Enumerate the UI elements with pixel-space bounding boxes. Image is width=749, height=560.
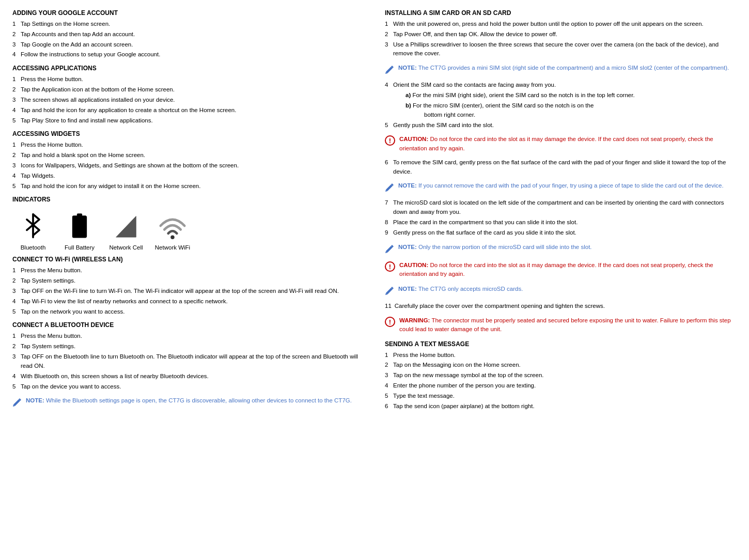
- list-item: 1Press the Home button.: [385, 351, 737, 360]
- list-item: 4Enter the phone number of the person yo…: [385, 381, 737, 391]
- list-item: 2Tap Power Off, and then tap OK. Allow t…: [385, 30, 737, 39]
- wifi-section: CONNECT TO Wi-Fi (WIRELESS LAN) 1Press t…: [12, 256, 364, 316]
- warning-icon-1: !: [385, 317, 395, 328]
- list-item: 4Tap and hold the icon for any applicati…: [12, 106, 364, 115]
- network-wifi-indicator: Network WiFi: [152, 210, 193, 251]
- network-cell-indicator: Network Cell: [105, 210, 147, 251]
- list-item: 1Press the Menu button.: [12, 266, 364, 275]
- note-pencil-icon-5: [385, 285, 394, 297]
- list-item: 1Tap Settings on the Home screen.: [12, 20, 364, 29]
- sim-list-5: 11Carefully place the cover over the com…: [385, 302, 737, 311]
- list-item: 4With Bluetooth on, this screen shows a …: [12, 372, 364, 381]
- caution-icon-1: !: [385, 135, 395, 147]
- battery-icon: [64, 210, 95, 241]
- list-item: 3Icons for Wallpapers, Widgets, and Sett…: [12, 161, 364, 170]
- list-item: 3Tap on the new message symbol at the to…: [385, 371, 737, 380]
- warning1-text: WARNING: The connector must be properly …: [399, 316, 737, 334]
- accessing-widgets-heading: ACCESSING WIDGETS: [12, 130, 364, 137]
- list-item: 5Tap Play Store to find and install new …: [12, 116, 364, 126]
- left-column: ADDING YOUR GOOGLE ACCOUNT 1Tap Settings…: [12, 9, 364, 416]
- network-cell-icon: [111, 210, 142, 241]
- sms-section: SENDING A TEXT MESSAGE 1Press the Home b…: [385, 340, 737, 411]
- sim-warning1: ! WARNING: The connector must be properl…: [385, 315, 737, 335]
- network-wifi-label: Network WiFi: [155, 244, 190, 251]
- sim-note2: NOTE: If you cannot remove the card with…: [385, 180, 737, 194]
- list-item: 6To remove the SIM card, gently press on…: [385, 158, 737, 177]
- list-item: 2Tap System settings.: [12, 342, 364, 351]
- svg-rect-0: [73, 216, 86, 238]
- adding-google-section: ADDING YOUR GOOGLE ACCOUNT 1Tap Settings…: [12, 9, 364, 59]
- list-item: 4Tap Wi-Fi to view the list of nearby ne…: [12, 297, 364, 306]
- sim-note4: NOTE: The CT7G only accepts microSD card…: [385, 284, 737, 298]
- list-item: 9Gently press on the flat surface of the…: [385, 228, 737, 238]
- adding-google-list: 1Tap Settings on the Home screen. 2Tap A…: [12, 20, 364, 59]
- list-item: 2Tap on the Messaging icon on the Home s…: [385, 361, 737, 370]
- list-item: 5Gently push the SIM card into the slot.: [385, 121, 737, 130]
- sim-caution1: ! CAUTION: Do not force the card into th…: [385, 134, 737, 154]
- sim-note2-text: NOTE: If you cannot remove the card with…: [398, 181, 724, 190]
- full-battery-indicator: Full Battery: [59, 210, 100, 251]
- accessing-apps-heading: ACCESSING APPLICATIONS: [12, 65, 364, 72]
- sim-note3-text: NOTE: Only the narrow portion of the mic…: [398, 243, 592, 252]
- caution2-text: CAUTION: Do not force the card into the …: [399, 261, 737, 279]
- accessing-apps-section: ACCESSING APPLICATIONS 1Press the Home b…: [12, 65, 364, 125]
- svg-text:!: !: [389, 263, 391, 271]
- list-item: 11Carefully place the cover over the com…: [385, 302, 737, 311]
- sim-note1-text: NOTE: The CT7G provides a mini SIM slot …: [398, 64, 729, 72]
- list-item: 5Tap on the network you want to access.: [12, 307, 364, 317]
- note-pencil-icon-4: [385, 243, 394, 255]
- sim-note1: NOTE: The CT7G provides a mini SIM slot …: [385, 63, 737, 76]
- sms-heading: SENDING A TEXT MESSAGE: [385, 340, 737, 348]
- list-item: 7The microSD card slot is located on the…: [385, 198, 737, 217]
- list-item: 6Tap the send icon (paper airplane) at t…: [385, 402, 737, 411]
- bluetooth-note: NOTE: While the Bluetooth settings page …: [12, 395, 364, 409]
- adding-google-heading: ADDING YOUR GOOGLE ACCOUNT: [12, 9, 364, 17]
- accessing-apps-list: 1Press the Home button. 2Tap the Applica…: [12, 75, 364, 125]
- list-item: 4Tap Widgets.: [12, 172, 364, 181]
- list-item: 1With the unit powered on, press and hol…: [385, 20, 737, 29]
- sim-caution2: ! CAUTION: Do not force the card into th…: [385, 260, 737, 280]
- list-item: 5Tap on the device you want to access.: [12, 382, 364, 392]
- list-item: 2Tap Accounts and then tap Add an accoun…: [12, 30, 364, 39]
- bluetooth-section: CONNECT A BLUETOOTH DEVICE 1Press the Me…: [12, 321, 364, 409]
- list-item: 1Press the Home button.: [12, 141, 364, 150]
- list-item: 2Tap System settings.: [12, 276, 364, 286]
- full-battery-label: Full Battery: [65, 244, 95, 251]
- sim-list-4: 7The microSD card slot is located on the…: [385, 198, 737, 237]
- svg-text:!: !: [389, 318, 391, 326]
- indicators-row: Bluetooth Full Battery: [12, 210, 364, 251]
- sim-list-2: 4Orient the SIM card so the contacts are…: [385, 81, 737, 130]
- bluetooth-heading: CONNECT A BLUETOOTH DEVICE: [12, 321, 364, 329]
- svg-text:!: !: [389, 137, 391, 145]
- list-item: 2Tap the Application icon at the bottom …: [12, 85, 364, 95]
- sim-note3: NOTE: Only the narrow portion of the mic…: [385, 242, 737, 256]
- sim-list-3: 6To remove the SIM card, gently press on…: [385, 158, 737, 177]
- bluetooth-label: Bluetooth: [21, 244, 46, 251]
- svg-rect-1: [77, 214, 82, 217]
- svg-marker-2: [116, 216, 136, 237]
- list-item: 1Press the Home button.: [12, 75, 364, 84]
- list-item: 4Orient the SIM card so the contacts are…: [385, 81, 737, 119]
- list-item: 3Tap OFF on the Wi-Fi line to turn Wi-Fi…: [12, 287, 364, 296]
- indicators-heading: INDICATORS: [12, 196, 364, 203]
- bluetooth-note-text: NOTE: While the Bluetooth settings page …: [26, 396, 352, 405]
- caution1-text: CAUTION: Do not force the card into the …: [399, 135, 737, 153]
- sim-list-1: 1With the unit powered on, press and hol…: [385, 20, 737, 58]
- bluetooth-list: 1Press the Menu button. 2Tap System sett…: [12, 332, 364, 391]
- note-pencil-icon-3: [385, 182, 394, 193]
- wifi-list: 1Press the Menu button. 2Tap System sett…: [12, 266, 364, 316]
- bluetooth-icon: [18, 210, 49, 241]
- list-item: 3The screen shows all applications insta…: [12, 96, 364, 105]
- sms-list: 1Press the Home button. 2Tap on the Mess…: [385, 351, 737, 411]
- note-pencil-icon: [12, 397, 22, 408]
- list-item: 4Follow the instructions to setup your G…: [12, 50, 364, 59]
- network-cell-label: Network Cell: [109, 244, 143, 251]
- page-layout: ADDING YOUR GOOGLE ACCOUNT 1Tap Settings…: [12, 9, 737, 416]
- list-item: 1Press the Menu button.: [12, 332, 364, 341]
- wifi-heading: CONNECT TO Wi-Fi (WIRELESS LAN): [12, 256, 364, 263]
- list-item: 3Tap OFF on the Bluetooth line to turn B…: [12, 352, 364, 371]
- sim-heading: INSTALLING A SIM CARD OR AN SD CARD: [385, 9, 737, 17]
- svg-point-3: [170, 236, 174, 239]
- note-pencil-icon-2: [385, 64, 394, 75]
- list-item: 8Place the card in the compartment so th…: [385, 218, 737, 227]
